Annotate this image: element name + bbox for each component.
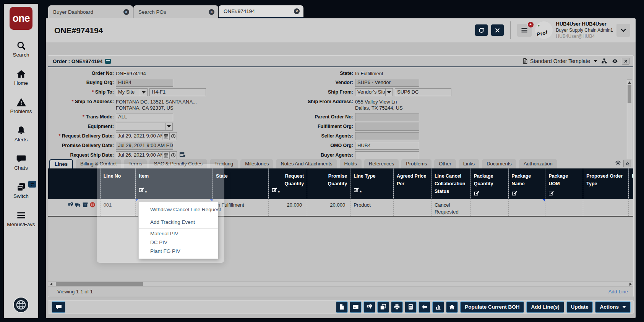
- tab-close-icon[interactable]: ×: [123, 9, 129, 15]
- one-logo[interactable]: one: [10, 7, 32, 30]
- scrollbar-thumb[interactable]: [628, 85, 631, 103]
- sitemap-button[interactable]: [600, 58, 608, 65]
- detail-tab[interactable]: Other: [434, 159, 456, 168]
- sidebar-item[interactable]: Alerts: [4, 125, 38, 142]
- column-header[interactable]: Prom Per: [629, 168, 633, 199]
- template-selector[interactable]: Standard Order Template: [522, 58, 597, 64]
- scroll-left-arrow[interactable]: [48, 282, 54, 286]
- panel-close-button[interactable]: [622, 58, 629, 65]
- date-input[interactable]: Jul 26, 2021 9:00 AM EDT: [116, 151, 162, 159]
- toolbar-icon-button[interactable]: [405, 301, 417, 313]
- pause-hold-icon[interactable]: [89, 202, 96, 208]
- column-header[interactable]: Line Type *: [350, 168, 394, 199]
- workspace-tab[interactable]: ONE#974194 ×: [219, 5, 303, 18]
- close-page-button[interactable]: [491, 24, 504, 36]
- toolbar-icon-button[interactable]: [377, 301, 389, 313]
- toolbar-icon-button[interactable]: [350, 301, 362, 313]
- column-header[interactable]: Request Quantity *: [269, 168, 307, 199]
- sidebar-item[interactable]: Menus/Favs: [4, 210, 38, 227]
- table-row[interactable]: 001: [48, 199, 633, 216]
- detail-tab[interactable]: Holds: [340, 159, 362, 168]
- chat-button[interactable]: [52, 301, 65, 313]
- detail-tab[interactable]: Links: [459, 159, 479, 168]
- column-header[interactable]: Item *: [136, 168, 213, 199]
- column-header[interactable]: State: [213, 168, 269, 199]
- column-header[interactable]: Package UOM: [545, 168, 583, 199]
- column-edit-control[interactable]: *: [272, 187, 280, 196]
- field-input[interactable]: [355, 132, 419, 140]
- column-edit-control[interactable]: *: [354, 187, 362, 196]
- field-input[interactable]: Jul 29, 2021 9:00 AM EDT: [116, 142, 173, 150]
- sidebar-item[interactable]: Search: [4, 40, 38, 58]
- column-header[interactable]: [48, 168, 100, 199]
- toolbar-icon-button[interactable]: [446, 301, 458, 313]
- visibility-button[interactable]: [611, 58, 619, 65]
- collapse-panel-button[interactable]: [623, 160, 631, 167]
- sidebar-item[interactable]: Problems: [4, 97, 38, 114]
- detail-tab[interactable]: Billing & Contact: [76, 159, 121, 168]
- tab-close-icon[interactable]: ×: [294, 8, 300, 14]
- field-select[interactable]: [116, 123, 173, 131]
- column-edit-control[interactable]: [548, 191, 554, 196]
- user-avatar[interactable]: Prof: [535, 21, 553, 39]
- context-menu-item[interactable]: DC PIV: [139, 238, 218, 247]
- detail-tab[interactable]: Tracking: [210, 159, 238, 168]
- toolbar-icon-button[interactable]: [432, 301, 444, 313]
- column-header[interactable]: Package Quantity: [470, 168, 508, 199]
- form-vertical-scrollbar[interactable]: [627, 79, 632, 159]
- sidebar-item[interactable]: Home: [4, 69, 38, 86]
- detail-tab[interactable]: Documents: [482, 159, 516, 168]
- order-summary-icon[interactable]: [105, 59, 111, 64]
- field-input[interactable]: HUB4: [116, 79, 173, 87]
- column-header[interactable]: Line No: [100, 168, 136, 199]
- date-input[interactable]: Jul 29, 2021 9:00 AM EDT: [116, 132, 162, 140]
- truck-icon[interactable]: [75, 202, 81, 208]
- refresh-button[interactable]: [475, 24, 488, 36]
- tab-close-icon[interactable]: ×: [209, 9, 214, 15]
- context-menu-item[interactable]: Plant FG PIV: [139, 247, 218, 256]
- context-menu-item[interactable]: Add Tracking Event: [139, 217, 218, 228]
- switch-swap-badge[interactable]: [28, 181, 36, 188]
- calendar-button[interactable]: [162, 132, 170, 140]
- column-header[interactable]: Package Name: [508, 168, 545, 199]
- workspace-tab[interactable]: Buyer Dashboard ×: [48, 5, 133, 18]
- sidebar-item[interactable]: Chats: [4, 154, 38, 171]
- column-header[interactable]: Line Cancel Collaboration Status: [431, 168, 470, 199]
- detail-tab[interactable]: Lines: [49, 159, 73, 168]
- toolbar-icon-button[interactable]: [336, 301, 348, 313]
- field-input[interactable]: H4-F1: [149, 88, 206, 96]
- column-header[interactable]: Agreed Price Per: [394, 168, 431, 199]
- context-menu-item[interactable]: Material PIV: [139, 229, 218, 238]
- detail-tab[interactable]: Milestones: [240, 159, 273, 168]
- column-header[interactable]: Proposed Order Type: [583, 168, 629, 199]
- scroll-up-arrow[interactable]: [627, 80, 632, 85]
- toolbar-button[interactable]: Populate Current BOH: [460, 301, 524, 313]
- calendar-add-button[interactable]: [179, 151, 186, 159]
- field-input[interactable]: HUB4: [355, 142, 419, 150]
- grid-settings-button[interactable]: [615, 159, 621, 168]
- scrollbar-thumb[interactable]: [56, 282, 143, 286]
- field-select[interactable]: My Site: [116, 88, 148, 96]
- globe-avatar[interactable]: [13, 297, 29, 313]
- quick-menu-button[interactable]: ★: [517, 24, 532, 37]
- detail-tab[interactable]: Terms: [124, 159, 146, 168]
- column-edit-control[interactable]: [512, 191, 517, 196]
- field-input[interactable]: SUP6 DC: [395, 88, 451, 96]
- calendar-button[interactable]: [162, 151, 170, 159]
- add-line-link[interactable]: Add Line: [608, 287, 628, 297]
- workspace-tab[interactable]: Search POs ×: [133, 5, 218, 18]
- toolbar-button[interactable]: Add Line(s): [526, 301, 564, 313]
- package-box-icon[interactable]: [82, 202, 88, 208]
- user-menu-button[interactable]: [616, 24, 630, 37]
- detail-tab[interactable]: References: [364, 159, 399, 168]
- detail-tab[interactable]: Notes And Attachments: [276, 159, 337, 168]
- time-button[interactable]: [170, 132, 177, 140]
- field-input[interactable]: [355, 151, 419, 159]
- sidebar-item[interactable]: Switch: [4, 182, 38, 199]
- column-header[interactable]: Promise Quantity: [307, 168, 350, 199]
- field-input[interactable]: [355, 113, 419, 121]
- toolbar-button[interactable]: Update: [566, 301, 593, 313]
- tracking-route-icon[interactable]: [68, 202, 74, 208]
- field-select[interactable]: Vendor's Site: [355, 88, 393, 96]
- detail-tab[interactable]: Authorization: [519, 159, 557, 168]
